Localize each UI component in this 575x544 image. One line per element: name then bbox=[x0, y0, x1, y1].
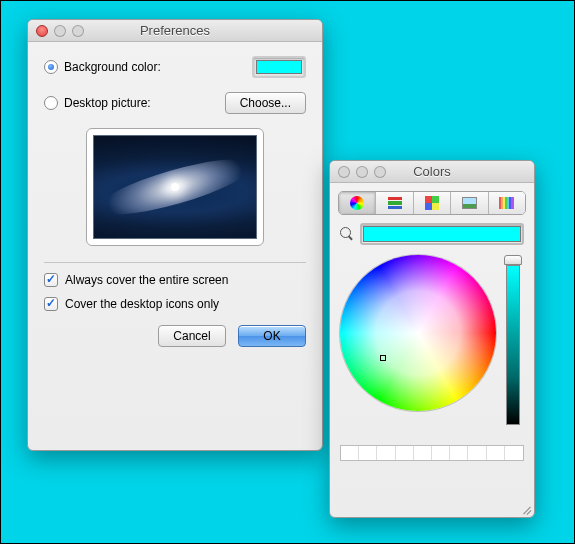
swatch-slot[interactable] bbox=[396, 446, 414, 460]
resize-handle-icon[interactable] bbox=[520, 504, 532, 516]
cover-screen-checkbox[interactable] bbox=[44, 273, 58, 287]
minimize-icon[interactable] bbox=[356, 166, 368, 178]
desktop-picture-label: Desktop picture: bbox=[64, 96, 151, 110]
crayons-icon bbox=[499, 197, 514, 209]
cover-icons-label: Cover the desktop icons only bbox=[65, 297, 219, 311]
desktop-picture-thumbnail[interactable] bbox=[93, 135, 257, 239]
swatch-slot[interactable] bbox=[432, 446, 450, 460]
cover-icons-row: Cover the desktop icons only bbox=[44, 297, 306, 311]
sliders-icon bbox=[388, 197, 402, 209]
background-color-row: Background color: bbox=[44, 56, 306, 78]
color-mode-segmented bbox=[338, 191, 526, 215]
preferences-window: Preferences Background color: Desktop pi… bbox=[27, 19, 323, 451]
swatch-slot[interactable] bbox=[468, 446, 486, 460]
current-color-swatch bbox=[363, 226, 521, 242]
colors-panel: Colors bbox=[329, 160, 535, 518]
minimize-icon[interactable] bbox=[54, 25, 66, 37]
preferences-body: Background color: Desktop picture: Choos… bbox=[28, 42, 322, 359]
color-wheel[interactable] bbox=[340, 255, 496, 411]
mode-wheel-tab[interactable] bbox=[339, 192, 376, 214]
swatch-slot[interactable] bbox=[487, 446, 505, 460]
ok-button-label: OK bbox=[263, 329, 280, 343]
preferences-titlebar[interactable]: Preferences bbox=[28, 20, 322, 42]
color-wheel-cursor[interactable] bbox=[380, 355, 386, 361]
brightness-slider[interactable] bbox=[504, 255, 522, 431]
close-icon[interactable] bbox=[36, 25, 48, 37]
colors-titlebar[interactable]: Colors bbox=[330, 161, 534, 183]
swatch-slot[interactable] bbox=[377, 446, 395, 460]
mode-swatches-tab[interactable] bbox=[414, 192, 451, 214]
window-controls bbox=[36, 25, 84, 37]
dialog-buttons: Cancel OK bbox=[44, 325, 306, 347]
zoom-icon[interactable] bbox=[374, 166, 386, 178]
mode-crayons-tab[interactable] bbox=[489, 192, 525, 214]
window-controls bbox=[338, 166, 386, 178]
swatch-slot[interactable] bbox=[505, 446, 523, 460]
zoom-icon[interactable] bbox=[72, 25, 84, 37]
cancel-button[interactable]: Cancel bbox=[158, 325, 226, 347]
color-wheel-icon bbox=[350, 196, 364, 210]
cover-screen-label: Always cover the entire screen bbox=[65, 273, 228, 287]
ok-button[interactable]: OK bbox=[238, 325, 306, 347]
color-wheel-container bbox=[340, 255, 496, 431]
background-color-swatch bbox=[256, 60, 302, 74]
swatch-slot[interactable] bbox=[450, 446, 468, 460]
swatch-slot[interactable] bbox=[414, 446, 432, 460]
cancel-button-label: Cancel bbox=[173, 329, 210, 343]
cover-screen-row: Always cover the entire screen bbox=[44, 273, 306, 287]
separator bbox=[44, 262, 306, 263]
cover-icons-checkbox[interactable] bbox=[44, 297, 58, 311]
mode-sliders-tab[interactable] bbox=[376, 192, 413, 214]
close-icon[interactable] bbox=[338, 166, 350, 178]
color-search-row bbox=[330, 223, 534, 249]
image-palette-icon bbox=[462, 197, 477, 209]
magnifier-icon[interactable] bbox=[340, 227, 354, 241]
choose-button-label: Choose... bbox=[240, 96, 291, 110]
color-wheel-area bbox=[330, 249, 534, 437]
mode-image-tab[interactable] bbox=[451, 192, 488, 214]
swatch-slot[interactable] bbox=[341, 446, 359, 460]
swatch-slot[interactable] bbox=[359, 446, 377, 460]
current-color-well[interactable] bbox=[360, 223, 524, 245]
brightness-track bbox=[506, 265, 520, 425]
desktop-picture-radio[interactable] bbox=[44, 96, 58, 110]
background-color-radio[interactable] bbox=[44, 60, 58, 74]
background-color-label: Background color: bbox=[64, 60, 161, 74]
background-color-well[interactable] bbox=[252, 56, 306, 78]
choose-button[interactable]: Choose... bbox=[225, 92, 306, 114]
swatches-icon bbox=[425, 196, 439, 210]
saved-swatches[interactable] bbox=[340, 445, 524, 461]
desktop-picture-thumbnail-frame bbox=[86, 128, 264, 246]
brightness-thumb[interactable] bbox=[504, 255, 522, 265]
desktop-picture-row: Desktop picture: Choose... bbox=[44, 92, 306, 114]
